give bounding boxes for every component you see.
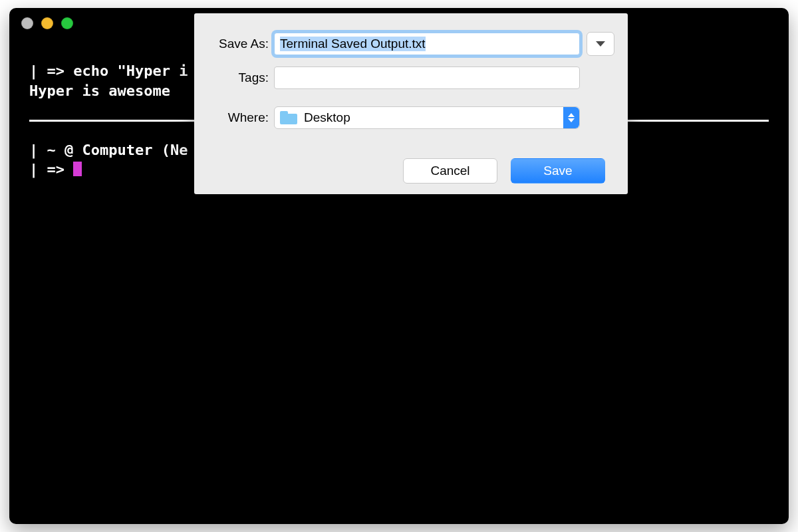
stepper-icon [563,107,579,128]
terminal-line: | => echo "Hyper i [29,63,188,79]
close-window-button[interactable] [21,17,33,29]
folder-icon [280,111,297,124]
minimize-window-button[interactable] [41,17,53,29]
save-dialog: Save As: Tags: Where: Desktop Ca [194,13,628,194]
terminal-line: Hyper is awesome [29,82,170,99]
tags-input[interactable] [274,66,580,89]
terminal-window: | => echo "Hyper i Hyper is awesome | ~ … [9,8,789,524]
cancel-button[interactable]: Cancel [403,158,497,184]
terminal-line: | ~ @ Computer (Ne [29,142,188,158]
dialog-button-row: Cancel Save [403,158,605,184]
where-value: Desktop [304,110,579,125]
where-select[interactable]: Desktop [274,106,580,129]
save-as-label: Save As: [194,37,269,51]
cursor [73,162,82,176]
where-label: Where: [194,110,269,125]
maximize-window-button[interactable] [61,17,73,29]
chevron-down-icon [596,41,605,47]
expand-save-panel-button[interactable] [587,32,614,56]
tags-label: Tags: [194,70,269,85]
save-as-input[interactable] [274,33,580,55]
save-button[interactable]: Save [511,158,605,184]
terminal-line: | => [29,161,73,178]
